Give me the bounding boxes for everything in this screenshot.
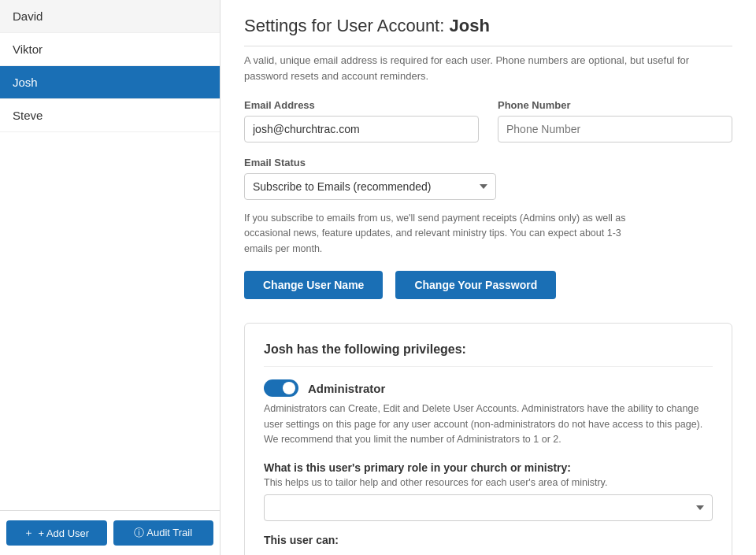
sidebar: DavidViktorJoshSteve ＋ + Add User ⓘ Audi…	[0, 0, 220, 555]
privileges-username: Josh	[264, 342, 293, 356]
privileges-title: Josh has the following privileges:	[264, 342, 713, 367]
email-status-select[interactable]: Subscribe to Emails (recommended)Unsubsc…	[244, 173, 496, 200]
sidebar-item-josh[interactable]: Josh	[0, 66, 220, 99]
add-user-button[interactable]: ＋ + Add User	[6, 520, 107, 546]
page-title: Settings for User Account: Josh	[244, 16, 732, 46]
sidebar-item-david[interactable]: David	[0, 0, 220, 33]
role-sublabel: This helps us to tailor help and other r…	[264, 477, 713, 488]
phone-input[interactable]	[498, 116, 732, 142]
permissions-title: This user can:	[264, 534, 713, 546]
role-section: What is this user's primary role in your…	[264, 461, 713, 521]
sidebar-actions: ＋ + Add User ⓘ Audit Trail	[0, 510, 220, 555]
phone-group: Phone Number	[498, 99, 732, 142]
add-user-label: + Add User	[38, 527, 89, 539]
change-password-button[interactable]: Change Your Password	[395, 271, 556, 299]
change-username-button[interactable]: Change User Name	[244, 271, 383, 299]
email-group: Email Address	[244, 99, 479, 142]
administrator-label: Administrator	[308, 382, 385, 395]
email-status-group: Email Status Subscribe to Emails (recomm…	[244, 157, 732, 257]
administrator-description: Administrators can Create, Edit and Dele…	[264, 401, 713, 447]
sidebar-item-viktor[interactable]: Viktor	[0, 33, 220, 66]
email-status-note: If you subscribe to emails from us, we'l…	[244, 211, 638, 257]
role-label: What is this user's primary role in your…	[264, 461, 713, 474]
role-select[interactable]	[264, 494, 713, 521]
audit-trail-label: ⓘ Audit Trail	[134, 526, 192, 540]
main-content: Settings for User Account: Josh A valid,…	[220, 0, 756, 555]
subtitle: A valid, unique email address is require…	[244, 53, 732, 83]
permissions-section: This user can: Add Names to the Database…	[264, 534, 713, 555]
email-status-section: Email Status Subscribe to Emails (recomm…	[244, 157, 732, 257]
audit-trail-button[interactable]: ⓘ Audit Trail	[113, 520, 214, 546]
administrator-privilege: Administrator Administrators can Create,…	[264, 379, 713, 447]
privileges-card: Josh has the following privileges: Admin…	[244, 323, 732, 555]
administrator-toggle[interactable]	[264, 379, 298, 397]
plus-icon: ＋	[24, 526, 34, 540]
phone-label: Phone Number	[498, 99, 732, 111]
privilege-header: Administrator	[264, 379, 713, 397]
toggle-thumb	[283, 382, 295, 394]
email-phone-row: Email Address Phone Number	[244, 99, 732, 142]
email-input[interactable]	[244, 116, 479, 142]
toggle-track	[264, 379, 298, 397]
email-label: Email Address	[244, 99, 479, 111]
sidebar-item-steve[interactable]: Steve	[0, 99, 220, 132]
privileges-title-text: has the following privileges:	[297, 342, 466, 356]
action-buttons: Change User Name Change Your Password	[244, 271, 732, 299]
email-status-label: Email Status	[244, 157, 732, 168]
